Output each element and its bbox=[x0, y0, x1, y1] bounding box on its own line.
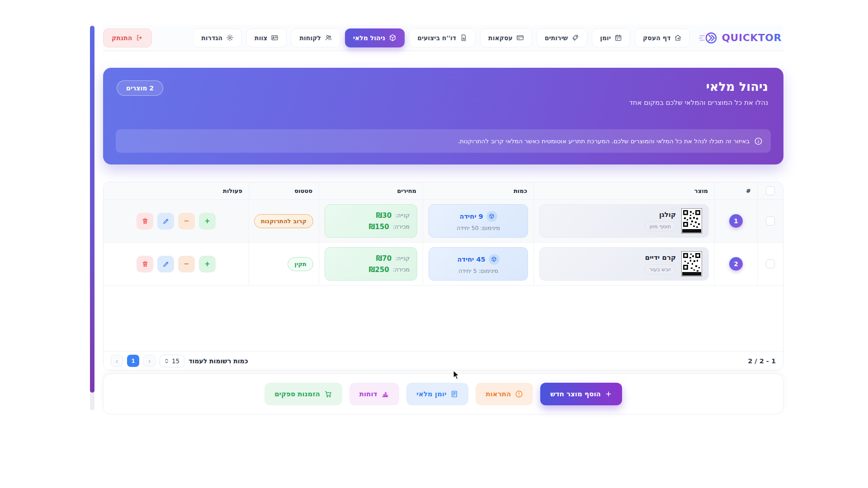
next-page-button[interactable]: › bbox=[143, 355, 156, 367]
column-header-num: # bbox=[715, 182, 758, 199]
package-icon bbox=[486, 211, 497, 222]
tab-services[interactable]: שירותים bbox=[537, 28, 587, 47]
alerts-button[interactable]: התראות bbox=[476, 383, 533, 405]
tags-icon bbox=[571, 34, 579, 42]
buy-price-label: קנייה: bbox=[395, 255, 410, 262]
home-icon bbox=[674, 34, 682, 42]
logout-icon bbox=[136, 34, 143, 42]
row-number-badge: 1 bbox=[729, 214, 743, 228]
page-scrollbar-thumb[interactable] bbox=[90, 26, 94, 393]
decrease-quantity-button[interactable]: − bbox=[178, 256, 195, 272]
row-checkbox[interactable] bbox=[766, 259, 775, 268]
report-icon bbox=[460, 34, 467, 42]
product-tag: תוסף מזון bbox=[645, 221, 676, 231]
reports-button[interactable]: דוחות bbox=[349, 383, 400, 405]
tab-label: צוות bbox=[255, 34, 267, 42]
row-number-badge: 2 bbox=[729, 257, 743, 271]
quantity-card: 9 יחידה מינימום: 50 יחידה bbox=[429, 204, 528, 238]
logout-button[interactable]: התנתק bbox=[103, 28, 152, 47]
prev-page-button[interactable]: ‹ bbox=[111, 355, 123, 367]
per-page-select[interactable]: 15 bbox=[160, 355, 184, 367]
add-new-product-button[interactable]: הוסף מוצר חדש bbox=[540, 383, 622, 405]
column-header-prices: מחירים bbox=[319, 182, 423, 199]
table-row: 1 bbox=[104, 199, 783, 242]
logout-label: התנתק bbox=[112, 34, 132, 42]
buy-price-label: קנייה: bbox=[395, 212, 410, 219]
calendar-icon bbox=[614, 34, 622, 42]
customers-icon bbox=[325, 34, 332, 42]
increase-quantity-button[interactable]: + bbox=[199, 256, 216, 272]
tab-transactions[interactable]: עסקאות bbox=[480, 28, 532, 47]
cart-icon bbox=[324, 390, 332, 398]
tab-label: הגדרות bbox=[201, 34, 222, 42]
per-page-value: 15 bbox=[172, 357, 179, 365]
quantity-value: 45 יחידה bbox=[457, 256, 485, 263]
plus-icon bbox=[605, 390, 612, 398]
brand-name: QUICKTOR bbox=[722, 32, 782, 43]
supplier-orders-label: הזמנות ספקים bbox=[274, 390, 320, 398]
row-checkbox[interactable] bbox=[766, 216, 775, 225]
records-range-label: 2 / 2 - 1 bbox=[748, 357, 776, 365]
edit-product-button[interactable] bbox=[157, 213, 174, 230]
tab-settings[interactable]: הגדרות bbox=[193, 28, 242, 47]
add-new-product-label: הוסף מוצר חדש bbox=[550, 390, 601, 398]
page-subtitle: נהלו את כל המוצרים והמלאי שלכם במקום אחד bbox=[629, 99, 768, 107]
credit-card-icon bbox=[516, 34, 524, 42]
tab-inventory-management[interactable]: ניהול מלאי bbox=[345, 28, 405, 47]
product-card: קרם ידיים יובש בעור bbox=[539, 247, 709, 281]
tab-customers[interactable]: לקוחות bbox=[291, 28, 340, 47]
prices-card: קנייה: ₪30 מכירה: ₪150 bbox=[325, 204, 417, 238]
tab-business-page[interactable]: דף העסק bbox=[635, 28, 690, 47]
current-page-button[interactable]: 1 bbox=[127, 355, 139, 367]
inventory-journal-label: יומן מלאי bbox=[416, 390, 446, 398]
tab-calendar[interactable]: יומן bbox=[592, 28, 630, 47]
quantity-minimum: מינימום: 5 יחידה bbox=[458, 267, 498, 274]
pagination-bar: 2 / 2 - 1 כמות רשומות לעמוד 15 › 1 ‹ bbox=[104, 351, 783, 370]
buy-price-value: ₪30 bbox=[376, 211, 392, 220]
inventory-hero-panel: ניהול מלאי נהלו את כל המוצרים והמלאי שלכ… bbox=[103, 68, 783, 164]
brand-logo[interactable]: QUICKTOR bbox=[694, 30, 783, 46]
product-name: קולגן bbox=[645, 211, 676, 219]
select-all-checkbox[interactable] bbox=[766, 186, 775, 195]
gear-icon bbox=[226, 34, 234, 42]
box-icon bbox=[389, 34, 396, 42]
sell-price-label: מכירה: bbox=[393, 223, 410, 230]
products-count-badge: 2 מוצרים bbox=[117, 80, 163, 96]
edit-product-button[interactable] bbox=[157, 256, 174, 272]
table-row: 2 bbox=[104, 242, 783, 285]
quantity-value: 9 יחידה bbox=[459, 213, 483, 220]
delete-product-button[interactable] bbox=[137, 213, 153, 230]
quantity-card: 45 יחידה מינימום: 5 יחידה bbox=[429, 247, 528, 281]
status-badge: קרוב להתרוקנות bbox=[254, 214, 313, 228]
column-header-product: מוצר bbox=[534, 182, 715, 199]
journal-icon bbox=[450, 390, 458, 398]
tab-label: דו''ח ביצועים bbox=[417, 34, 456, 42]
id-card-icon bbox=[271, 34, 278, 42]
alerts-label: התראות bbox=[486, 390, 511, 398]
top-navigation: QUICKTOR דף העסק יומן שירותים עסקאות דו' bbox=[103, 25, 783, 51]
increase-quantity-button[interactable]: + bbox=[199, 213, 216, 230]
alert-icon bbox=[515, 390, 523, 398]
edit-icon bbox=[162, 260, 170, 267]
chart-icon bbox=[381, 390, 389, 398]
table-header-row: # מוצר כמות מחירים סטטוס פעולות bbox=[104, 182, 783, 199]
supplier-orders-button[interactable]: הזמנות ספקים bbox=[264, 383, 342, 405]
trash-icon bbox=[142, 217, 149, 225]
sell-price-value: ₪150 bbox=[369, 223, 389, 231]
inventory-management-page: QUICKTOR דף העסק יומן שירותים עסקאות דו' bbox=[0, 0, 868, 488]
info-banner: באיזור זה תוכלו לנהל את כל המלאי והמוצרי… bbox=[116, 129, 771, 153]
column-header-actions: פעולות bbox=[104, 182, 249, 199]
sell-price-label: מכירה: bbox=[393, 266, 410, 273]
tab-team[interactable]: צוות bbox=[246, 28, 287, 47]
qr-code-image bbox=[681, 208, 702, 234]
chevron-prev-icon: ‹ bbox=[116, 357, 118, 365]
decrease-quantity-button[interactable]: − bbox=[178, 213, 195, 230]
tab-performance-report[interactable]: דו''ח ביצועים bbox=[409, 28, 476, 47]
table-empty-space bbox=[104, 285, 783, 351]
products-table: # מוצר כמות מחירים סטטוס פעולות 1 bbox=[103, 182, 783, 371]
tab-label: יומן bbox=[600, 34, 611, 42]
footer-action-bar: הוסף מוצר חדש התראות יומן מלאי דוחות הזמ… bbox=[103, 374, 783, 414]
per-page-label: כמות רשומות לעמוד bbox=[189, 357, 248, 365]
inventory-journal-button[interactable]: יומן מלאי bbox=[406, 383, 468, 405]
delete-product-button[interactable] bbox=[137, 256, 153, 272]
